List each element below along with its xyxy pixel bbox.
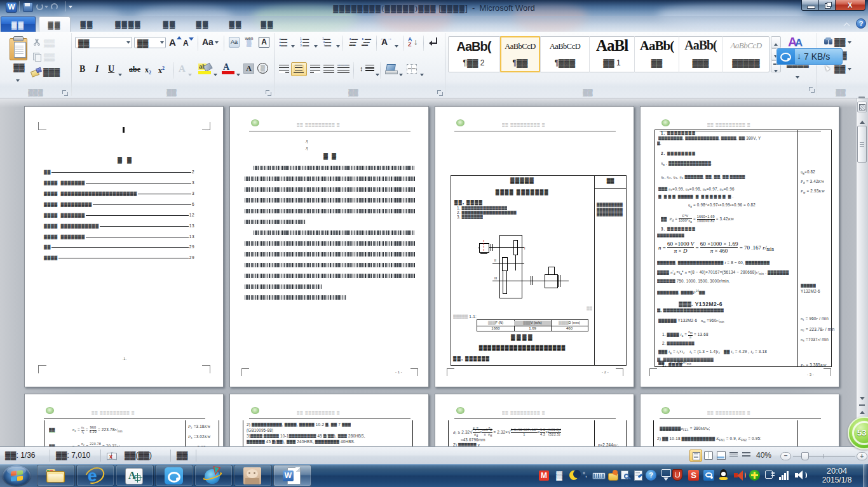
svg-text:III: III — [494, 276, 497, 280]
svg-text:I: I — [524, 246, 525, 250]
svg-text:II: II — [494, 258, 496, 262]
